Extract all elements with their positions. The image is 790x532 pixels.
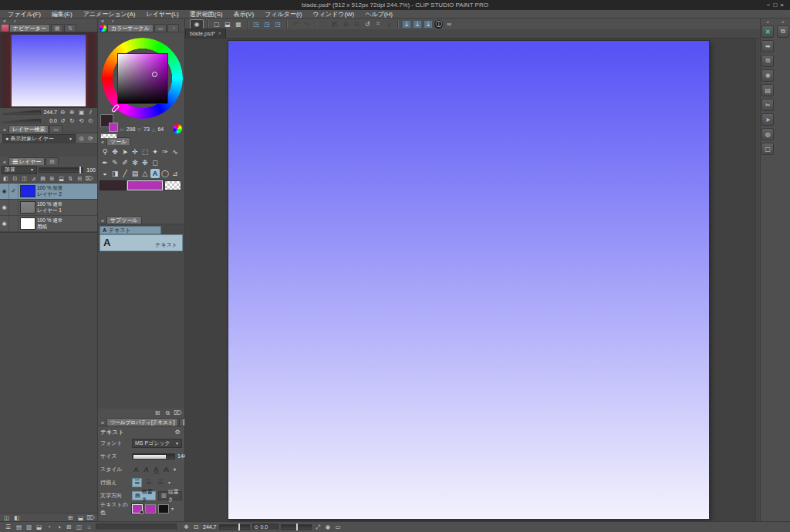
menu-view[interactable]: 表示(V): [228, 10, 259, 19]
delete-layer-icon[interactable]: ⌦: [85, 174, 93, 183]
menu-file[interactable]: ファイル(F): [2, 10, 46, 19]
visibility-eye-icon[interactable]: ◉: [0, 200, 9, 215]
layer-color-icon[interactable]: ◧: [2, 174, 10, 183]
refresh-icon[interactable]: ⟳: [86, 134, 95, 143]
tool-eyedropper-icon[interactable]: ✑: [160, 147, 170, 157]
saturation-value[interactable]: 73: [143, 126, 150, 132]
tab-navigator[interactable]: ナビゲーター: [9, 24, 50, 32]
collapse-panel-icon[interactable]: «: [100, 140, 106, 145]
delete-subtool-icon[interactable]: ⌦: [174, 409, 182, 417]
tab-layer-template[interactable]: ▤: [46, 157, 59, 165]
flip-horizontal-icon[interactable]: ⫽: [86, 108, 95, 116]
zoom-in-icon[interactable]: ⊕: [68, 108, 76, 116]
crop-icon[interactable]: ⊿: [384, 19, 393, 29]
transfer-layer-icon[interactable]: ⇅: [66, 174, 75, 183]
flip-view-icon[interactable]: ⤢: [314, 523, 322, 531]
tool-pencil-icon[interactable]: ✎: [110, 158, 120, 167]
canvas[interactable]: [228, 41, 709, 519]
menu-layer[interactable]: レイヤー(L): [140, 10, 184, 19]
clip-studio-x-icon[interactable]: ✕: [761, 25, 774, 38]
tool-figure-icon[interactable]: ╱: [120, 169, 130, 178]
material-monochrome-icon[interactable]: ❋: [761, 69, 774, 82]
layer-row-paper[interactable]: ◉ 100 % 通常 用紙: [0, 216, 97, 232]
tool-line-correct-icon[interactable]: ∿: [170, 147, 180, 157]
expand-dock-icon[interactable]: «: [767, 19, 769, 25]
tab-color-slider[interactable]: ▭: [154, 24, 167, 32]
text-color-black-chip[interactable]: [158, 504, 169, 513]
menu-help[interactable]: ヘルプ(H): [360, 10, 398, 19]
align-left-icon[interactable]: ☰: [132, 478, 142, 487]
redo-icon[interactable]: ↷: [302, 19, 311, 29]
color-mode-icon[interactable]: [173, 124, 182, 133]
style-more-icon[interactable]: ▾: [172, 465, 177, 474]
status-panes-icon[interactable]: ◫: [75, 523, 83, 531]
style-bold-icon[interactable]: A: [132, 465, 140, 474]
layer-mask-icon[interactable]: ◫: [20, 174, 29, 183]
status-save-icon[interactable]: ⬓: [35, 523, 43, 531]
rotate-right-icon[interactable]: ↻: [68, 116, 76, 125]
snap-special-ruler-icon[interactable]: ⇣: [413, 20, 422, 29]
material-color-pattern-icon[interactable]: ⧉: [761, 55, 774, 67]
layer-search-list[interactable]: [0, 143, 97, 157]
fullscreen-icon[interactable]: ▭: [334, 523, 343, 531]
status-menu-icon[interactable]: ☰: [4, 523, 12, 531]
expand-dock-icon[interactable]: «: [782, 19, 784, 25]
menu-window[interactable]: ウィンドウ(W): [307, 10, 360, 19]
visibility-eye-icon[interactable]: ◉: [0, 216, 9, 231]
export-multiple-icon[interactable]: ◳: [262, 19, 272, 29]
subtool-group-text[interactable]: A テキスト: [100, 226, 161, 234]
layer-row-layer2[interactable]: ◉ ✐ 100 % 加算 レイヤー 2: [0, 184, 97, 200]
wrench-icon[interactable]: ⚙: [173, 428, 182, 437]
canvas-viewport[interactable]: [185, 39, 760, 521]
status-add-icon[interactable]: ⊞: [65, 523, 73, 531]
value-value[interactable]: 64: [157, 126, 164, 132]
layer-row-layer1[interactable]: ◉ 100 % 通常 レイヤー 1: [0, 200, 97, 216]
tab-layer[interactable]: ☰ レイヤー: [8, 157, 45, 165]
merge-layer-icon[interactable]: ⊟: [76, 174, 84, 183]
two-pane-icon[interactable]: ◧: [12, 513, 21, 522]
align-center-icon[interactable]: ☰: [143, 478, 154, 487]
color-picker-cursor[interactable]: [152, 72, 157, 77]
text-color-more[interactable]: ▾: [171, 506, 174, 511]
material-image-icon[interactable]: ✂: [761, 99, 774, 111]
tab-layer-search[interactable]: レイヤー検索: [8, 125, 49, 133]
fit-window-icon[interactable]: ⊡: [192, 523, 201, 531]
text-color-main-chip[interactable]: [132, 504, 143, 513]
main-color-chip[interactable]: [100, 180, 126, 190]
layer-view-icon[interactable]: ◫: [2, 513, 11, 522]
text-color-sub-chip[interactable]: [145, 504, 156, 513]
status-grid-icon[interactable]: ▥: [25, 523, 33, 531]
layer-thumbnail[interactable]: [20, 201, 35, 214]
shrink-selection-icon[interactable]: ⊟: [352, 19, 361, 29]
tool-airbrush-icon[interactable]: ✻: [130, 158, 140, 167]
collapse-dock-icon[interactable]: «: [2, 19, 8, 24]
tool-text-icon[interactable]: A: [150, 169, 160, 178]
rotate-slider[interactable]: [2, 119, 41, 123]
subtool-item-text[interactable]: A テキスト: [100, 234, 183, 251]
export-single-icon[interactable]: ◳: [252, 19, 261, 29]
sub-color-chip[interactable]: [127, 180, 163, 190]
pan-hand-icon[interactable]: ✥: [182, 523, 191, 531]
deselect-icon[interactable]: ⬚: [319, 19, 329, 29]
tool-operation-icon[interactable]: ➤: [120, 147, 130, 157]
free-transform-icon[interactable]: ⌗: [373, 19, 383, 29]
subview-panel-icon[interactable]: ⧉: [777, 25, 789, 38]
menu-selection[interactable]: 選択範囲(S): [184, 10, 228, 19]
onion-skin-icon[interactable]: ▤: [39, 174, 47, 183]
material-3d-icon[interactable]: ➤: [761, 113, 774, 126]
close-button[interactable]: ×: [780, 2, 787, 8]
snap-ruler-icon[interactable]: ⇣: [402, 20, 411, 29]
tool-decoration-icon[interactable]: ❉: [140, 158, 150, 167]
rotate-left-icon[interactable]: ↺: [59, 116, 67, 125]
save-icon[interactable]: ▦: [234, 19, 243, 29]
direction-vertical-button[interactable]: ▥縦書き: [158, 491, 182, 500]
align-more-icon[interactable]: ▾: [167, 478, 172, 487]
clip-studio-paint-icon[interactable]: ◉: [190, 19, 204, 29]
collapse-panel-icon[interactable]: «: [100, 218, 106, 224]
transparent-color-swatch[interactable]: [100, 133, 117, 139]
layer-name[interactable]: 用紙: [37, 224, 62, 230]
layer-name[interactable]: レイヤー 2: [37, 191, 62, 197]
reading-glasses-icon[interactable]: ∞: [444, 19, 454, 29]
material-download-icon[interactable]: ➥: [761, 40, 774, 52]
tool-layer-move-icon[interactable]: ✛: [130, 147, 140, 157]
